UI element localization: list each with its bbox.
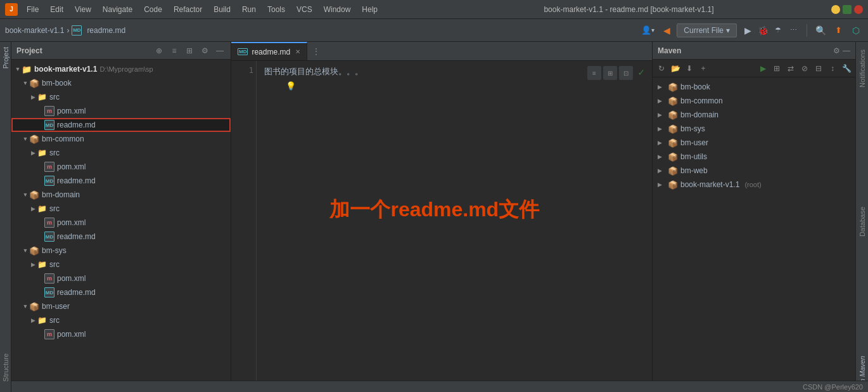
tab-close-button[interactable]: ✕ — [295, 48, 300, 55]
menu-run[interactable]: Run — [237, 4, 261, 15]
update-icon[interactable]: ⬆ — [831, 23, 845, 37]
maven-bm-sys[interactable]: ▶ 📦 bm-sys — [653, 122, 855, 136]
tree-bm-common[interactable]: ▼ 📦 bm-common — [11, 132, 231, 146]
maven-open-icon[interactable]: 📂 — [669, 62, 682, 75]
menu-refactor[interactable]: Refactor — [169, 4, 207, 15]
locate-icon[interactable]: ⊞ — [184, 45, 195, 56]
maven-skip-icon[interactable]: ⊘ — [798, 62, 811, 75]
breadcrumb-project[interactable]: book-market-v1.1 — [5, 26, 64, 35]
structure-vertical-tab[interactable]: Structure — [1, 348, 11, 387]
maven-book-market-arrow-icon: ▶ — [658, 181, 665, 188]
menu-file[interactable]: File — [22, 4, 44, 15]
panel-hide-icon[interactable]: — — [214, 45, 226, 56]
maven-refresh-icon[interactable]: ↻ — [655, 62, 668, 75]
editor-content[interactable]: 1 图书的项目的总模块。。。 💡 ✓ ≡ ⊞ ⊡ 加一个readme.md文件 — [231, 61, 652, 392]
tree-bm-sys[interactable]: ▼ 📦 bm-sys — [11, 244, 231, 258]
coverage-icon[interactable]: ☂ — [771, 23, 785, 37]
maven-parallel-icon[interactable]: ⊟ — [812, 62, 825, 75]
menu-edit[interactable]: Edit — [45, 4, 68, 15]
tree-bm-domain-readme[interactable]: MD readme.md — [11, 230, 231, 244]
maven-book-market[interactable]: ▶ 📦 book-market-v1.1 (root) — [653, 178, 855, 192]
database-tab[interactable]: Database — [856, 199, 869, 244]
tree-bm-common-pom[interactable]: m pom.xml — [11, 160, 231, 174]
menu-window[interactable]: Window — [319, 4, 356, 15]
menu-navigate[interactable]: Navigate — [98, 4, 137, 15]
editor-area: MD readme.md ✕ ⋮ 1 图书的项目的总模块。。。 💡 ✓ ≡ ⊞ — [231, 42, 653, 392]
tree-bm-book[interactable]: ▼ 📦 bm-book — [11, 76, 231, 90]
tree-bm-common-readme[interactable]: MD readme.md — [11, 174, 231, 188]
tree-bm-book-readme[interactable]: MD readme.md — [11, 118, 231, 132]
editor-text[interactable]: 图书的项目的总模块。。。 💡 ✓ ≡ ⊞ ⊡ 加一个readme.md文件 — [257, 61, 652, 392]
tab-overflow-button[interactable]: ⋮ — [307, 42, 325, 60]
menu-help[interactable]: Help — [357, 4, 383, 15]
close-button[interactable]: ✕ — [854, 5, 863, 14]
menu-view[interactable]: View — [70, 4, 96, 15]
more-run-icon[interactable]: ⋯ — [786, 23, 800, 37]
minimize-button[interactable]: — — [831, 5, 840, 14]
maven-run-icon[interactable]: ▶ — [756, 62, 769, 75]
maven-bm-sys-icon: 📦 — [668, 124, 678, 134]
current-file-button[interactable]: Current File ▾ — [677, 23, 737, 37]
tree-root[interactable]: ▼ 📁 book-market-v1.1 D:\Myprogram\sp — [11, 62, 231, 76]
bm-common-src-label: src — [49, 148, 60, 157]
maven-hide-icon[interactable]: — — [843, 46, 850, 55]
right-sidebar-tabs: Notifications Database m Maven — [855, 42, 868, 392]
tree-bm-domain-src[interactable]: ▶ 📁 src — [11, 202, 231, 216]
profile-button[interactable]: 👤▾ — [639, 24, 657, 36]
search-icon[interactable]: 🔍 — [814, 23, 827, 37]
maven-bm-book[interactable]: ▶ 📦 bm-book — [653, 80, 855, 94]
maven-settings-icon[interactable]: ⚙ — [833, 46, 840, 55]
tree-bm-domain[interactable]: ▼ 📦 bm-domain — [11, 188, 231, 202]
maven-bm-user[interactable]: ▶ 📦 bm-user — [653, 136, 855, 150]
maven-bm-domain-icon: 📦 — [668, 110, 678, 120]
maven-bm-common[interactable]: ▶ 📦 bm-common — [653, 94, 855, 108]
tree-bm-user-src[interactable]: ▶ 📁 src — [11, 313, 231, 327]
maven-tree: ▶ 📦 bm-book ▶ 📦 bm-common ▶ 📦 bm-domain … — [653, 77, 855, 392]
editor-preview-button[interactable]: ⊡ — [619, 66, 633, 80]
tree-bm-sys-src[interactable]: ▶ 📁 src — [11, 258, 231, 271]
tree-bm-book-src[interactable]: ▶ 📁 src — [11, 90, 231, 104]
maven-bm-utils[interactable]: ▶ 📦 bm-utils — [653, 150, 855, 164]
collapse-all-icon[interactable]: ≡ — [169, 45, 180, 56]
tab-readme[interactable]: MD readme.md ✕ — [231, 42, 307, 60]
tree-bm-sys-pom[interactable]: m pom.xml — [11, 271, 231, 285]
run-icon[interactable]: ▶ — [741, 23, 755, 37]
lightbulb-icon[interactable]: 💡 — [286, 81, 296, 91]
maven-bm-web[interactable]: ▶ 📦 bm-web — [653, 164, 855, 178]
menu-tools[interactable]: Tools — [262, 4, 290, 15]
settings-icon[interactable]: ⬡ — [849, 23, 863, 37]
maven-config-icon[interactable]: 🔧 — [840, 62, 853, 75]
maven-bm-domain-arrow-icon: ▶ — [658, 112, 665, 118]
editor-format-button[interactable]: ≡ — [587, 66, 601, 80]
menu-code[interactable]: Code — [139, 4, 167, 15]
tree-bm-book-pom[interactable]: m pom.xml — [11, 104, 231, 118]
main-toolbar: book-market-v1.1 › MD readme.md 👤▾ ◀ Cur… — [0, 19, 868, 42]
maven-download-icon[interactable]: ⬇ — [683, 62, 696, 75]
tree-bm-common-src[interactable]: ▶ 📁 src — [11, 146, 231, 160]
editor-split-button[interactable]: ⊞ — [603, 66, 617, 80]
tree-bm-domain-pom[interactable]: m pom.xml — [11, 216, 231, 230]
bm-user-label: bm-user — [42, 302, 70, 311]
bm-domain-readme-label: readme.md — [57, 232, 96, 241]
back-button[interactable]: ◀ — [661, 24, 673, 37]
maven-add-icon[interactable]: + — [697, 62, 710, 75]
maven-toggle-icon[interactable]: ⇄ — [784, 62, 797, 75]
tree-bm-sys-readme[interactable]: MD readme.md — [11, 285, 231, 299]
maven-lifecycle-icon[interactable]: ⊞ — [770, 62, 783, 75]
panel-settings-icon[interactable]: ⚙ — [199, 45, 210, 56]
notifications-tab[interactable]: Notifications — [856, 42, 869, 95]
add-module-icon[interactable]: ⊕ — [153, 45, 165, 56]
menu-build[interactable]: Build — [208, 4, 236, 15]
maximize-button[interactable]: □ — [843, 5, 852, 14]
maven-bm-utils-label: bm-utils — [680, 152, 707, 161]
breadcrumb-sep: › — [67, 26, 69, 35]
tree-bm-user-pom[interactable]: m pom.xml — [11, 327, 231, 341]
breadcrumb-file[interactable]: readme.md — [87, 26, 125, 35]
menu-vcs[interactable]: VCS — [291, 4, 317, 15]
maven-bm-domain[interactable]: ▶ 📦 bm-domain — [653, 108, 855, 122]
maven-thread-icon[interactable]: ↕ — [826, 62, 839, 75]
debug-icon[interactable]: 🐞 — [756, 23, 770, 37]
project-vertical-tab[interactable]: Project — [1, 42, 11, 74]
bm-sys-src-label: src — [49, 260, 60, 269]
tree-bm-user[interactable]: ▼ 📦 bm-user — [11, 299, 231, 313]
